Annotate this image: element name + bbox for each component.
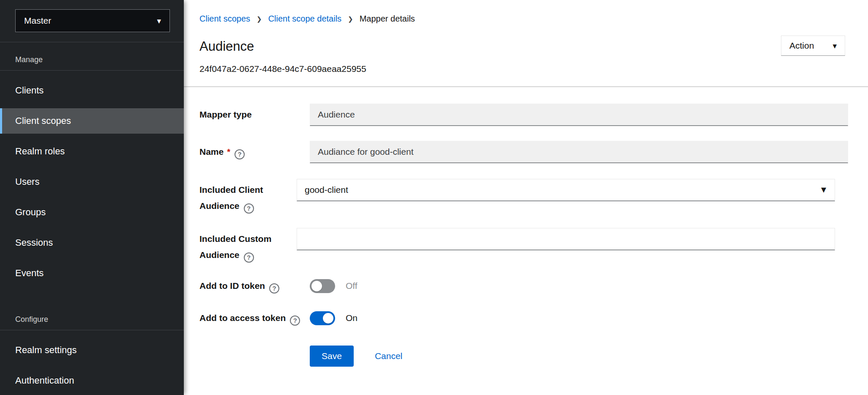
sidebar-item-sessions[interactable]: Sessions: [0, 230, 184, 255]
sidebar-item-events[interactable]: Events: [0, 261, 184, 286]
mapper-type-input: [310, 104, 848, 126]
mapper-type-control: [310, 104, 848, 126]
name-input: [310, 141, 848, 163]
sidebar-item-client-scopes[interactable]: Client scopes: [0, 108, 184, 134]
mapper-details-form: Mapper type Name*? Included Client Audie…: [184, 87, 868, 367]
toggle-knob: [311, 281, 322, 291]
help-icon[interactable]: ?: [290, 315, 300, 326]
sidebar: Master ▾ Manage Clients Client scopes Re…: [0, 0, 184, 395]
action-dropdown-label: Action: [789, 41, 814, 51]
sidebar-item-users[interactable]: Users: [0, 169, 184, 195]
app-root: Master ▾ Manage Clients Client scopes Re…: [0, 0, 868, 395]
required-indicator: *: [227, 147, 230, 156]
add-to-access-token-control: On: [310, 310, 848, 326]
form-actions-spacer: [199, 355, 310, 358]
angle-right-icon: ❯: [348, 13, 353, 24]
page-title: Audience: [199, 38, 845, 55]
breadcrumb-link-client-scopes[interactable]: Client scopes: [199, 14, 250, 24]
chevron-down-icon: ▾: [821, 184, 826, 195]
breadcrumb-link-client-scope-details[interactable]: Client scope details: [268, 14, 341, 24]
name-control: [310, 141, 848, 163]
form-actions-buttons: Save Cancel: [310, 346, 848, 367]
included-custom-audience-label: Included Custom Audience?: [199, 228, 297, 263]
toggle-knob: [323, 313, 333, 324]
help-icon[interactable]: ?: [244, 203, 254, 214]
form-row-mapper-type: Mapper type: [199, 104, 848, 126]
included-custom-audience-input[interactable]: [297, 228, 835, 250]
help-icon[interactable]: ?: [269, 283, 279, 294]
form-row-add-to-access-token: Add to access token? On: [199, 310, 848, 326]
angle-right-icon: ❯: [257, 13, 262, 24]
add-to-access-token-label: Add to access token?: [199, 310, 310, 326]
page-header: Client scopes ❯ Client scope details ❯ M…: [184, 0, 868, 87]
breadcrumb: Client scopes ❯ Client scope details ❯ M…: [199, 13, 845, 24]
page-subtitle-id: 24f047a2-0627-448e-94c7-609aeaa25955: [199, 63, 845, 74]
nav-group-title-configure: Configure: [0, 291, 184, 330]
chevron-down-icon: ▾: [833, 42, 837, 50]
sidebar-item-realm-roles[interactable]: Realm roles: [0, 139, 184, 164]
included-client-audience-control: good-client ▾: [297, 179, 835, 201]
add-to-access-token-state: On: [346, 313, 358, 323]
realm-name: Master: [24, 16, 51, 26]
realm-selector-dropdown[interactable]: Master ▾: [15, 9, 170, 32]
add-to-id-token-control: Off: [310, 278, 848, 294]
mapper-type-label: Mapper type: [199, 104, 310, 123]
name-label: Name*?: [199, 141, 310, 160]
add-to-access-token-toggle[interactable]: [310, 311, 335, 325]
included-client-audience-select[interactable]: good-client ▾: [297, 179, 835, 201]
help-icon[interactable]: ?: [244, 252, 254, 263]
form-row-included-client-audience: Included Client Audience? good-client ▾: [199, 179, 848, 214]
action-dropdown-button[interactable]: Action ▾: [781, 36, 845, 56]
sidebar-item-authentication[interactable]: Authentication: [0, 368, 184, 393]
sidebar-nav-configure: Realm settings Authentication: [0, 330, 184, 393]
chevron-down-icon: ▾: [157, 17, 161, 25]
cancel-link[interactable]: Cancel: [375, 351, 402, 361]
form-row-included-custom-audience: Included Custom Audience?: [199, 228, 848, 263]
form-row-name: Name*?: [199, 141, 848, 163]
main-content: Client scopes ❯ Client scope details ❯ M…: [184, 0, 868, 395]
sidebar-item-realm-settings[interactable]: Realm settings: [0, 337, 184, 363]
sidebar-item-groups[interactable]: Groups: [0, 200, 184, 225]
form-row-add-to-id-token: Add to ID token? Off: [199, 278, 848, 294]
sidebar-item-clients[interactable]: Clients: [0, 78, 184, 103]
nav-group-title-manage: Manage: [0, 42, 184, 70]
included-custom-audience-control: [297, 228, 835, 250]
help-icon[interactable]: ?: [235, 149, 245, 159]
included-client-audience-label: Included Client Audience?: [199, 179, 297, 214]
add-to-id-token-toggle[interactable]: [310, 279, 335, 293]
add-to-id-token-state: Off: [346, 281, 358, 291]
included-client-audience-value: good-client: [305, 185, 348, 195]
breadcrumb-current-mapper-details: Mapper details: [360, 14, 415, 24]
save-button[interactable]: Save: [310, 346, 354, 367]
form-actions: Save Cancel: [199, 346, 848, 367]
sidebar-nav-manage: Clients Client scopes Realm roles Users …: [0, 71, 184, 286]
add-to-id-token-label: Add to ID token?: [199, 278, 310, 294]
